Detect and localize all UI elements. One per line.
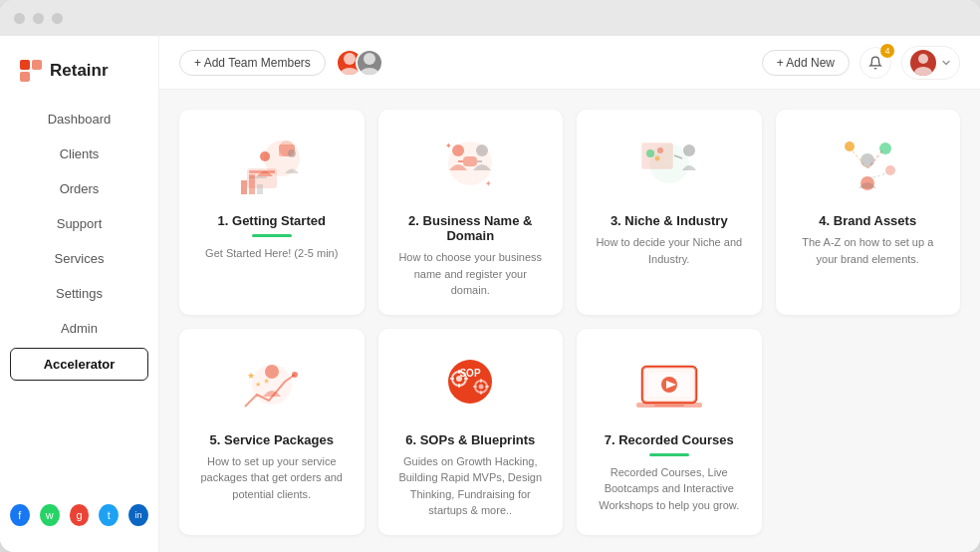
svg-point-42: [292, 372, 298, 378]
card-4-title: 4. Brand Assets: [819, 213, 916, 228]
topbar-right: + Add New 4: [762, 46, 960, 80]
svg-point-39: [860, 153, 874, 167]
svg-text:✦: ✦: [485, 179, 492, 188]
svg-point-49: [456, 376, 462, 382]
content-area: 1. Getting Started Get Started Here! (2-…: [159, 90, 980, 552]
sidebar-item-dashboard[interactable]: Dashboard: [0, 102, 158, 137]
card-niche-industry[interactable]: 3. Niche & Industry How to decide your N…: [577, 110, 762, 315]
title-bar: [0, 0, 980, 36]
chevron-down-icon: [941, 58, 951, 68]
card-7-illustration: [593, 345, 746, 424]
svg-point-37: [845, 141, 855, 151]
app-body: Retainr Dashboard Clients Orders Support…: [0, 36, 980, 552]
svg-text:★: ★: [247, 371, 255, 381]
svg-rect-66: [654, 405, 684, 407]
card-1-underline: [252, 234, 292, 237]
svg-point-32: [657, 147, 663, 153]
card-recorded-courses[interactable]: 7. Recorded Courses Recorded Courses, Li…: [577, 329, 762, 535]
sidebar: Retainr Dashboard Clients Orders Support…: [0, 36, 159, 552]
svg-point-55: [479, 385, 484, 390]
add-team-members-button[interactable]: + Add Team Members: [179, 50, 326, 76]
whatsapp-icon[interactable]: w: [40, 504, 60, 526]
avatar-2: [356, 49, 383, 77]
window-dot-red: [14, 13, 25, 24]
svg-point-15: [260, 151, 270, 161]
svg-rect-59: [485, 386, 489, 388]
svg-point-21: [452, 144, 464, 156]
card-service-packages[interactable]: ★ ★ ★ 5. Service Packages How to set up …: [179, 329, 365, 535]
user-profile-button[interactable]: [901, 46, 960, 80]
app-window: Retainr Dashboard Clients Orders Support…: [0, 0, 980, 552]
card-7-desc: Recorded Courses, Live Bootcamps and Int…: [593, 464, 746, 514]
svg-rect-53: [464, 378, 468, 380]
card-3-title: 3. Niche & Industry: [611, 213, 728, 228]
svg-point-6: [360, 68, 379, 77]
card-6-illustration: SOP: [394, 345, 548, 424]
svg-rect-58: [473, 386, 477, 388]
card-sops-blueprints[interactable]: SOP: [378, 329, 564, 535]
svg-rect-52: [450, 378, 454, 380]
card-4-illustration: [792, 126, 945, 205]
card-6-title: 6. SOPs & Blueprints: [405, 432, 535, 447]
retainr-logo-icon: [20, 60, 42, 82]
card-1-title: 1. Getting Started: [218, 213, 326, 228]
logo: Retainr: [0, 52, 158, 102]
sidebar-item-accelerator[interactable]: Accelerator: [10, 348, 148, 381]
sidebar-item-admin[interactable]: Admin: [0, 311, 158, 346]
svg-point-3: [344, 53, 356, 65]
card-3-desc: How to decide your Niche and Industry.: [593, 234, 746, 267]
card-5-illustration: ★ ★ ★: [195, 345, 349, 424]
svg-rect-17: [241, 180, 247, 194]
user-avatar: [910, 50, 936, 76]
svg-point-7: [918, 54, 928, 64]
svg-point-16: [288, 149, 296, 157]
svg-point-33: [654, 155, 659, 160]
svg-text:★: ★: [255, 381, 261, 388]
svg-point-8: [914, 67, 932, 76]
svg-rect-18: [249, 174, 255, 194]
svg-rect-19: [257, 184, 263, 194]
sidebar-item-services[interactable]: Services: [0, 241, 158, 276]
card-getting-started[interactable]: 1. Getting Started Get Started Here! (2-…: [179, 110, 365, 315]
svg-rect-51: [458, 384, 460, 388]
svg-rect-23: [463, 156, 477, 166]
card-5-desc: How to set up your service packages that…: [195, 453, 349, 503]
add-new-button[interactable]: + Add New: [762, 50, 850, 76]
svg-point-5: [364, 53, 375, 65]
svg-rect-1: [32, 60, 42, 70]
sidebar-social-links: f w g t in: [0, 490, 158, 536]
svg-text:✦: ✦: [445, 141, 452, 150]
window-dot-green: [52, 13, 63, 24]
card-2-desc: How to choose your business name and reg…: [394, 249, 548, 299]
card-3-illustration: [593, 126, 746, 205]
sidebar-item-orders[interactable]: Orders: [0, 171, 158, 206]
sidebar-item-settings[interactable]: Settings: [0, 276, 158, 311]
card-business-name[interactable]: ✦ ✦ 2. Business Name & Domain How to cho…: [378, 110, 564, 315]
logo-text: Retainr: [50, 61, 109, 81]
svg-text:★: ★: [263, 377, 270, 386]
card-4-desc: The A-Z on how to set up a your brand el…: [792, 234, 945, 267]
twitter-icon[interactable]: t: [99, 504, 119, 526]
avatar-group: [336, 49, 383, 77]
window-dot-yellow: [33, 13, 44, 24]
card-5-title: 5. Service Packages: [210, 432, 334, 447]
card-2-illustration: ✦ ✦: [394, 126, 548, 205]
topbar: + Add Team Members + Add New 4: [159, 36, 980, 90]
card-1-illustration: [195, 126, 349, 205]
svg-point-38: [885, 165, 895, 175]
svg-rect-50: [458, 370, 460, 374]
svg-rect-0: [20, 60, 30, 70]
bell-icon: [868, 56, 882, 70]
cards-grid: 1. Getting Started Get Started Here! (2-…: [179, 110, 960, 535]
card-6-desc: Guides on Growth Hacking, Building Rapid…: [394, 453, 548, 519]
card-brand-assets[interactable]: 4. Brand Assets The A-Z on how to set up…: [776, 110, 961, 315]
notification-button[interactable]: 4: [859, 47, 891, 79]
sidebar-item-support[interactable]: Support: [0, 206, 158, 241]
google-icon[interactable]: g: [70, 504, 90, 526]
notification-badge: 4: [880, 44, 894, 58]
facebook-icon[interactable]: f: [10, 504, 30, 526]
sidebar-item-clients[interactable]: Clients: [0, 137, 158, 171]
topbar-left: + Add Team Members: [179, 49, 383, 77]
main-area: + Add Team Members + Add New 4: [159, 36, 980, 552]
linkedin-icon[interactable]: in: [128, 504, 148, 526]
